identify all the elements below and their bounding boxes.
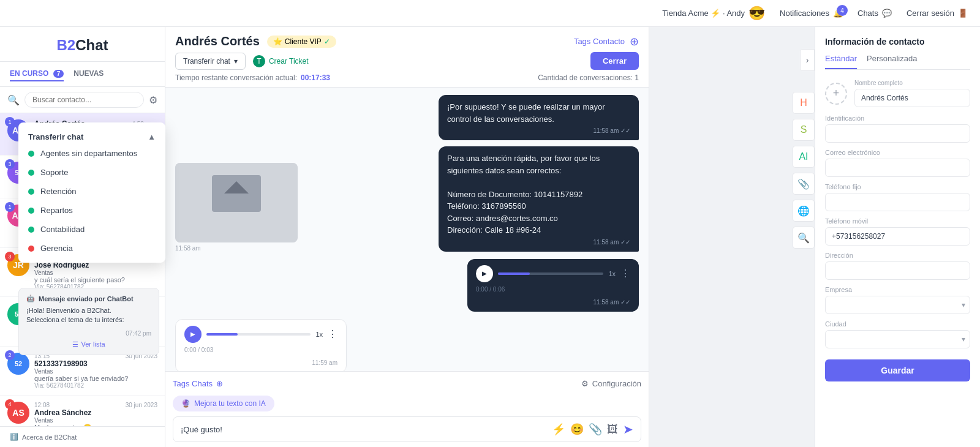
notifications-btn[interactable]: Notificaciones 🔔 4 [780,9,843,18]
save-btn[interactable]: Guardar [825,359,970,381]
more-options-icon[interactable]: ⋮ [620,268,630,279]
mobile-field: Teléfono móvil [825,217,970,246]
more-options-icon[interactable]: ⋮ [328,328,337,340]
message-row: ▶ 1x ⋮ 0:00 / 0:06 11:58 am ✓✓ [175,259,639,312]
id-input[interactable] [825,124,970,143]
audio-time: 0:00 / 0:03 [184,347,337,353]
notifications-badge: 4 [837,5,848,16]
globe-icon-btn[interactable]: 🌐 [793,200,815,222]
messages-area: 11:58 am ¡Por supuesto! Y se puede reali… [165,88,649,371]
list-item[interactable]: AS 4 12:08 30 jun 2023 Andrea Sánchez Ve… [0,396,165,426]
address-field: Dirección [825,252,970,280]
transfer-item-soporte[interactable]: Soporte [18,163,165,182]
status-dot [28,170,34,176]
filter-icon[interactable]: ⚙ [149,94,157,106]
notifications-label: Notificaciones [780,9,829,18]
chat-actions-row: Tags Chats ⊕ ⚙ Configuración [173,377,641,391]
speed-badge[interactable]: 1x [608,270,616,277]
image-icon[interactable]: 🖼 [607,423,618,436]
time-indicator: 12:08 [34,402,50,408]
play-button[interactable]: ▶ [184,326,202,343]
logo-area: B2Chat [0,27,165,62]
list-icon: ☰ [72,340,78,348]
right-panel: Información de contacto Estándar Persona… [815,27,980,447]
emoji-icon[interactable]: 😊 [570,423,584,436]
contact-date: 30 jun 2023 [126,402,157,408]
ia-improve-btn[interactable]: 🔮 Mejora tu texto con IA [173,396,274,411]
company-field: Empresa ▾ [825,286,970,314]
unread-badge: 4 [5,399,15,409]
tab-custom[interactable]: Personalizada [867,54,917,69]
transfer-item-retencion[interactable]: Retención [18,182,165,201]
ia-icon: 🔮 [181,399,190,408]
store-name: Tienda Acme ⚡ · Andy [662,9,745,18]
cerrar-btn[interactable]: Cerrar [590,52,639,70]
shopify-icon-btn[interactable]: S [793,119,815,141]
contact-info: 13:15 30 jun 2023 5213337198903 Ventas q… [34,353,157,389]
tab-en-curso[interactable]: EN CURSO 7 [10,67,64,81]
chats-nav-btn[interactable]: Chats 💬 [858,9,892,18]
search-contact-icon-btn[interactable]: 🔍 [793,227,815,249]
progress-fill [498,272,530,275]
transfer-chat-btn[interactable]: Transferir chat ▾ [175,53,246,70]
ia-btn-label: Mejora tu texto con IA [194,399,266,408]
message-time: 11:58 am ✓✓ [476,299,630,306]
city-select[interactable] [825,330,970,348]
transfer-dropdown-label: Transferir chat [28,132,83,141]
full-name-input[interactable] [854,89,970,107]
about-footer[interactable]: ℹ️ Acerca de B2Chat [0,426,165,447]
tab-standard[interactable]: Estándar [825,54,857,69]
hubspot-icon-btn[interactable]: H [793,92,815,114]
message-input[interactable] [181,425,547,434]
crear-ticket-btn[interactable]: T Crear Ticket [253,55,309,67]
lightning-icon[interactable]: ⚡ [552,423,565,436]
company-select[interactable] [825,296,970,314]
fixed-phone-input[interactable] [825,193,970,211]
status-dot [28,189,34,195]
chatbot-header-text: Mensaje enviado por ChatBot [39,295,134,302]
email-input[interactable] [825,159,970,177]
transfer-header: Transferir chat ▲ [18,127,165,144]
chat-contact-name: Andrés Cortés [175,34,260,48]
status-dot [28,208,34,214]
audio-progress[interactable] [206,333,311,336]
attach-icon[interactable]: 📎 [589,423,602,436]
send-icon[interactable]: ➤ [623,422,633,437]
chat-timer: Tiempo restante conversación actual: 00:… [175,73,330,82]
add-tag-icon[interactable]: ⊕ [630,35,639,48]
ver-lista-btn[interactable]: ☰ Ver lista [26,340,151,348]
chats-label: Chats [858,9,878,18]
mobile-input[interactable] [825,227,970,246]
status-dot [28,246,34,252]
unread-badge: 3 [5,252,15,261]
paperclip-icon-btn[interactable]: 📎 [793,173,815,195]
play-button[interactable]: ▶ [476,265,493,282]
chatgpt-icon-btn[interactable]: AI [793,146,815,168]
collapse-panel-btn[interactable]: › [800,49,815,71]
timer-label: Tiempo restante conversación actual: [175,73,297,82]
message-bubble: Para una atención rápida, por favor que … [439,146,639,252]
status-dot [28,227,34,233]
logout-btn[interactable]: Cerrar sesión 🚪 [907,9,968,18]
transfer-item-agentes[interactable]: Agentes sin departamentos [18,144,165,163]
audio-progress[interactable] [498,272,603,275]
city-field: Ciudad ▾ [825,320,970,348]
transfer-item-repartos[interactable]: Repartos [18,201,165,220]
config-btn[interactable]: ⚙ Configuración [581,379,641,388]
transfer-item-contabilidad[interactable]: Contabilidad [18,220,165,239]
vip-badge[interactable]: ⭐ Cliente VIP ✓ [267,36,336,48]
search-input[interactable] [24,92,144,108]
audio-player-incoming: ▶ 1x ⋮ 0:00 / 0:03 11:59 am [175,319,347,372]
ver-lista-label: Ver lista [81,340,105,348]
message-row: Para una atención rápida, por favor que … [305,146,639,252]
contact-name: 5213337198903 [34,359,157,368]
address-input[interactable] [825,261,970,280]
contact-avatar-upload[interactable]: + [825,83,847,105]
transfer-item-gerencia[interactable]: Gerencia [18,239,165,258]
message-input-row: ⚡ 😊 📎 🖼 ➤ [173,416,641,442]
tab-nuevas[interactable]: NUEVAS [74,67,104,81]
tags-chats-btn[interactable]: Tags Chats ⊕ [173,379,223,388]
speed-badge[interactable]: 1x [315,331,323,338]
address-label: Dirección [825,252,970,259]
store-selector[interactable]: Tienda Acme ⚡ · Andy 😎 [662,6,765,21]
